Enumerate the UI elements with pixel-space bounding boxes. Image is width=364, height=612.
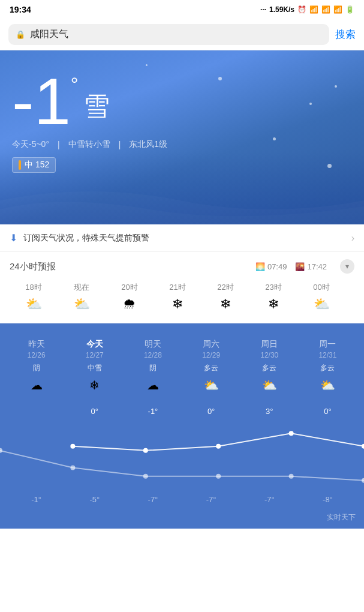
day-weather-icon: ☁	[147, 378, 159, 392]
hour-label: 18时	[25, 282, 41, 293]
high-temp-dot	[143, 448, 148, 453]
day-weather-icon: ❄	[89, 378, 100, 392]
high-temp-label: 3°	[240, 407, 299, 416]
day-date: 12/26	[28, 351, 46, 359]
hour-label: 00时	[313, 282, 329, 293]
low-temp-label: -5°	[65, 495, 124, 504]
hour-item: 18时 ⛅	[10, 280, 58, 314]
hour-weather-icon: ⛅	[314, 296, 330, 312]
lock-icon: 🔒	[16, 30, 25, 39]
temperature-chart-svg	[0, 425, 364, 485]
weather-type: 雪	[83, 89, 110, 124]
high-temp-label	[7, 407, 65, 416]
subscribe-banner[interactable]: ⬇ 订阅天气状况，特殊天气提前预警 ›	[0, 224, 364, 252]
day-weather-icon: ☁	[31, 378, 43, 392]
high-temp-label: -1°	[124, 407, 182, 416]
hour-label: 20时	[121, 282, 137, 293]
sunset-time: 17:42	[307, 262, 327, 271]
sunrise-item: 🌅 07:49	[255, 262, 287, 271]
hour-weather-icon: 🌨	[123, 296, 136, 312]
low-temp-label: -7°	[240, 495, 299, 504]
signal-icon: 📶	[321, 5, 330, 14]
low-temp-dot	[362, 478, 364, 483]
temperature-value: -1	[12, 68, 71, 134]
hour-label: 现在	[74, 282, 89, 293]
hour-item: 21时 ❄	[154, 280, 201, 314]
day-weather-icon: ⛅	[204, 378, 219, 392]
hour-label: 22时	[217, 282, 233, 293]
daily-section: 昨天 12/26 阴 ☁ 今天 12/27 中雪 ❄ 明天 12/28 阴 ☁ …	[0, 323, 364, 509]
day-weather-text: 多云	[262, 363, 276, 373]
low-temp-dot	[143, 474, 148, 479]
day-name: 昨天	[28, 339, 45, 350]
status-bar: 19:34 ··· 1.59K/s ⏰ 📶 📶 📶 🔋	[0, 0, 364, 19]
status-time: 19:34	[10, 5, 31, 14]
sunset-item: 🌇 17:42	[295, 262, 327, 271]
hour-item: 20时 🌨	[106, 280, 154, 314]
high-temp-dot	[289, 431, 294, 436]
day-weather-text: 多云	[204, 363, 218, 373]
sunrise-icon: 🌅	[255, 262, 265, 271]
download-icon: ⬇	[10, 232, 17, 244]
hour-item: 23时 ❄	[249, 280, 297, 314]
chart-labels: 0°-1°0°3°0°	[7, 407, 357, 416]
search-query: 咸阳天气	[30, 28, 68, 41]
low-temp-label: -1°	[7, 495, 65, 504]
daily-col: 周日 12/30 多云 ⛅	[240, 333, 299, 401]
high-temp-dot	[362, 444, 364, 449]
aqi-badge: 中 152	[12, 157, 56, 173]
high-temp-dot	[70, 444, 75, 449]
daily-grid: 昨天 12/26 阴 ☁ 今天 12/27 中雪 ❄ 明天 12/28 阴 ☁ …	[0, 333, 364, 401]
low-temp-label: -8°	[299, 495, 357, 504]
day-date: 12/30	[260, 351, 278, 359]
daily-col: 周六 12/29 多云 ⛅	[182, 333, 240, 401]
hour-item: 00时 ⛅	[297, 280, 345, 314]
signal-dots: ···	[260, 5, 266, 14]
day-weather-icon: ⛅	[320, 378, 335, 392]
hour-weather-icon: ⛅	[74, 296, 90, 312]
daily-col: 昨天 12/26 阴 ☁	[7, 333, 65, 401]
daily-col: 今天 12/27 中雪 ❄	[65, 333, 124, 401]
high-temp-label: 0°	[299, 407, 357, 416]
wave-background	[0, 176, 364, 224]
day-date: 12/27	[86, 351, 104, 359]
hour-label: 23时	[265, 282, 281, 293]
wind-info: 东北风1级	[129, 139, 167, 150]
hour-label: 21时	[169, 282, 185, 293]
section-title: 24小时预报	[10, 261, 56, 272]
day-name: 周一	[319, 339, 336, 350]
day-name: 周六	[203, 339, 219, 350]
temp-chart: 0°-1°0°3°0° -1°-5°-7°-7°-7°-8°	[0, 401, 364, 509]
today-range: 今天-5~0°	[12, 139, 49, 150]
low-temp-dot	[70, 465, 75, 470]
search-input-area[interactable]: 🔒 咸阳天气	[8, 24, 329, 45]
hour-weather-icon: ⛅	[26, 296, 42, 312]
day-date: 12/29	[202, 351, 220, 359]
arrow-icon: ›	[351, 233, 354, 244]
day-weather-text: 多云	[320, 363, 335, 373]
forecast-24h-section: 24小时预报 🌅 07:49 🌇 17:42 ▾ 18时 ⛅ 现在 ⛅ 20时 …	[0, 252, 364, 323]
day-name: 周日	[261, 339, 278, 350]
day-name: 明天	[145, 339, 161, 350]
day-weather-text: 中雪	[88, 363, 102, 373]
search-bar: 🔒 咸阳天气 搜索	[0, 19, 364, 50]
expand-button[interactable]: ▾	[340, 259, 354, 274]
search-button[interactable]: 搜索	[335, 28, 356, 41]
high-temp-label: 0°	[65, 407, 124, 416]
hourly-scroll[interactable]: 18时 ⛅ 现在 ⛅ 20时 🌨 21时 ❄ 22时 ❄ 23时 ❄ 00时 ⛅	[10, 280, 354, 323]
low-temp-label: -7°	[182, 495, 240, 504]
low-temp-label: -7°	[124, 495, 182, 504]
wifi-icon: 📶	[309, 5, 318, 14]
chart-low-labels: -1°-5°-7°-7°-7°-8°	[0, 495, 364, 504]
temperature-row: -1 ° 雪	[12, 62, 352, 134]
section-header: 24小时预报 🌅 07:49 🌇 17:42 ▾	[10, 259, 354, 274]
hour-weather-icon: ❄	[172, 296, 183, 312]
aqi-value: 中 152	[25, 160, 49, 170]
low-temp-dot	[216, 474, 221, 479]
day-name: 今天	[86, 339, 103, 350]
footer-brand: 实时天下	[0, 509, 364, 529]
day-date: 12/28	[144, 351, 162, 359]
day-weather-text: 阴	[149, 363, 157, 373]
day-weather-icon: ⛅	[262, 378, 277, 392]
subscribe-text: 订阅天气状况，特殊天气提前预警	[23, 233, 345, 244]
